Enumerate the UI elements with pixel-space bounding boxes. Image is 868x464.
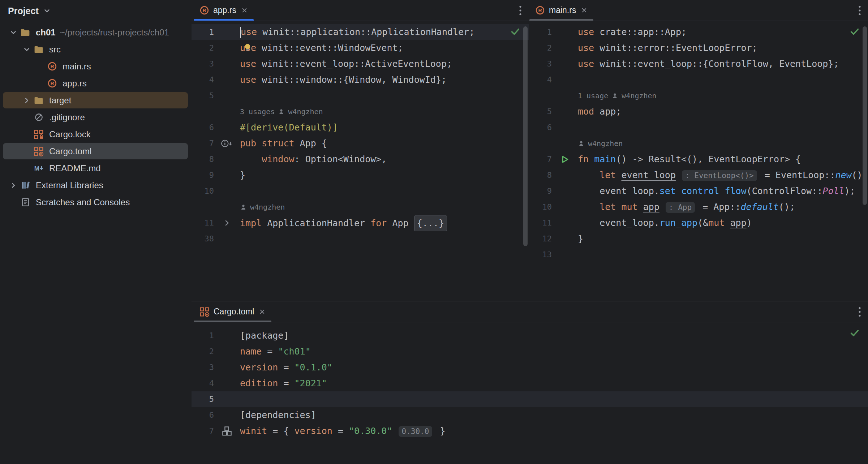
line-number[interactable]: 6 <box>192 407 214 423</box>
code-text[interactable]: use winit::event_loop::ActiveEventLoop; <box>240 56 529 72</box>
line-number[interactable]: 4 <box>192 72 214 88</box>
tree-item-ch01[interactable]: ch01~/projects/rust-projects/ch01 <box>0 24 191 41</box>
tree-item-cargo-lock[interactable]: Cargo.lock <box>0 126 191 143</box>
line-number[interactable] <box>529 88 552 104</box>
line-number[interactable]: 3 <box>192 360 214 375</box>
code-text[interactable]: 1 usagew4ngzhen <box>578 88 868 104</box>
tree-item-target[interactable]: target <box>0 92 191 109</box>
tree-item-app-rs[interactable]: Rapp.rs <box>0 75 191 92</box>
line-number[interactable]: 7 <box>192 136 214 151</box>
chevron-down-icon[interactable] <box>20 46 33 53</box>
tab-cargo-toml[interactable]: R Cargo.toml <box>194 301 271 322</box>
line-number[interactable]: 9 <box>529 183 552 199</box>
tree-item-scratches-and-consoles[interactable]: Scratches and Consoles <box>0 194 191 211</box>
tree-item-external-libraries[interactable]: External Libraries <box>0 177 191 194</box>
line-number[interactable]: 6 <box>529 120 552 136</box>
line-number[interactable] <box>192 104 214 120</box>
code-text[interactable] <box>240 231 529 247</box>
inspections-ok-icon[interactable] <box>849 26 860 37</box>
intention-bulb-icon[interactable] <box>243 43 252 52</box>
close-icon[interactable] <box>581 7 588 14</box>
code-text[interactable]: w4ngzhen <box>240 199 529 215</box>
tree-item-src[interactable]: src <box>0 41 191 58</box>
usages-hint[interactable]: 3 usages <box>240 104 275 120</box>
line-number[interactable] <box>529 136 552 151</box>
run-button-icon[interactable] <box>560 154 570 164</box>
tree-item-readme-md[interactable]: MREADME.md <box>0 160 191 177</box>
line-number[interactable]: 2 <box>192 344 214 360</box>
line-number[interactable]: 3 <box>192 56 214 72</box>
code-text[interactable]: use winit::event::WindowEvent; <box>240 40 529 56</box>
line-number[interactable]: 11 <box>192 215 214 231</box>
code-text[interactable]: [package] <box>240 328 868 344</box>
code-text[interactable]: window: Option<Window>, <box>240 151 529 167</box>
close-icon[interactable] <box>241 7 248 14</box>
code-text[interactable] <box>240 391 868 407</box>
code-text[interactable]: mod app; <box>578 104 868 120</box>
line-number[interactable]: 12 <box>529 231 552 247</box>
project-panel-header[interactable]: Project <box>0 0 191 22</box>
code-text[interactable]: winit = { version = "0.30.0" 0.30.0 } <box>240 423 868 439</box>
inlay-hint-chip[interactable]: 0.30.0 <box>399 426 433 437</box>
code-text[interactable]: event_loop.set_control_flow(ControlFlow:… <box>578 183 868 199</box>
chevron-down-icon[interactable] <box>43 7 51 15</box>
line-number[interactable]: 2 <box>192 40 214 56</box>
line-number[interactable]: 5 <box>529 104 552 120</box>
close-icon[interactable] <box>259 308 266 315</box>
tree-item--gitignore[interactable]: .gitignore <box>0 109 191 126</box>
line-number[interactable]: 10 <box>192 183 214 199</box>
code-text[interactable]: fn main() -> Result<(), EventLoopError> … <box>578 151 868 167</box>
code-text[interactable]: event_loop.run_app(&mut app) <box>578 215 868 231</box>
code-text[interactable] <box>240 183 529 199</box>
line-number[interactable]: 2 <box>529 40 552 56</box>
line-number[interactable]: 4 <box>529 72 552 88</box>
code-text[interactable]: } <box>578 231 868 247</box>
tree-item-cargo-toml[interactable]: RCargo.toml <box>0 143 191 160</box>
code-text[interactable]: use crate::app::App; <box>578 24 868 40</box>
inspections-ok-icon[interactable] <box>510 26 521 37</box>
tab-options-kebab-icon[interactable] <box>858 5 861 16</box>
code-text[interactable] <box>578 247 868 263</box>
tree-item-main-rs[interactable]: Rmain.rs <box>0 58 191 75</box>
code-text[interactable]: edition = "2021" <box>240 375 868 391</box>
line-number[interactable]: 38 <box>192 231 214 247</box>
line-number[interactable]: 8 <box>529 167 552 183</box>
chevron-right-icon[interactable] <box>20 96 33 104</box>
implementations-gutter-icon[interactable] <box>221 139 233 148</box>
vertical-scrollbar[interactable] <box>863 26 867 205</box>
editor-main-rs[interactable]: 1use crate::app::App;2use winit::error::… <box>529 21 868 301</box>
tab-options-kebab-icon[interactable] <box>858 306 861 317</box>
tab-main-rs[interactable]: R main.rs <box>529 0 593 21</box>
code-text[interactable] <box>240 88 529 104</box>
code-text[interactable]: 3 usagesw4ngzhen <box>240 104 529 120</box>
code-text[interactable]: let mut app : App = App::default(); <box>578 199 868 215</box>
vertical-scrollbar[interactable] <box>523 26 528 246</box>
line-number[interactable]: 7 <box>192 423 214 439</box>
inlay-hint-chip[interactable]: : EventLoop<()> <box>682 170 757 181</box>
code-text[interactable]: use winit::error::EventLoopError; <box>578 40 868 56</box>
code-text[interactable]: version = "0.1.0" <box>240 360 868 375</box>
tab-options-kebab-icon[interactable] <box>519 5 522 16</box>
code-text[interactable]: use winit::application::ApplicationHandl… <box>240 24 529 40</box>
editor-app-rs[interactable]: 1use winit::application::ApplicationHand… <box>192 21 529 301</box>
inlay-hint-chip[interactable]: : App <box>666 202 695 213</box>
code-text[interactable]: [dependencies] <box>240 407 868 423</box>
editor-cargo-toml[interactable]: 1[package]2name = "ch01"3version = "0.1.… <box>192 323 868 464</box>
inspections-ok-icon[interactable] <box>849 327 860 338</box>
code-text[interactable]: impl ApplicationHandler for App {...} <box>240 215 529 231</box>
line-number[interactable] <box>192 199 214 215</box>
code-text[interactable]: use winit::event_loop::{ControlFlow, Eve… <box>578 56 868 72</box>
code-text[interactable]: } <box>240 167 529 183</box>
line-number[interactable]: 4 <box>192 375 214 391</box>
code-text[interactable]: #[derive(Default)] <box>240 120 529 136</box>
line-number[interactable]: 5 <box>192 88 214 104</box>
line-number[interactable]: 3 <box>529 56 552 72</box>
code-text[interactable] <box>578 120 868 136</box>
line-number[interactable]: 5 <box>192 391 214 407</box>
line-number[interactable]: 6 <box>192 120 214 136</box>
chevron-right-icon[interactable] <box>7 181 20 189</box>
line-number[interactable]: 1 <box>529 24 552 40</box>
code-text[interactable]: name = "ch01" <box>240 344 868 360</box>
code-text[interactable]: use winit::window::{Window, WindowId}; <box>240 72 529 88</box>
usages-hint[interactable]: 1 usage <box>578 88 608 104</box>
